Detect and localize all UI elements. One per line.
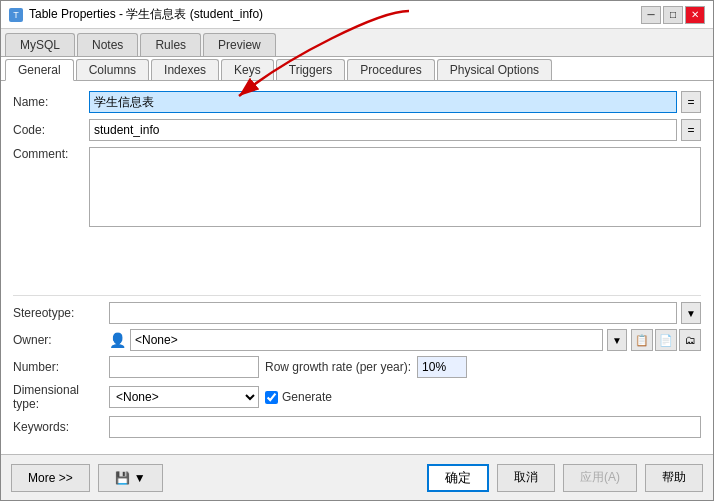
- footer: More >> 💾 ▼ 确定 取消 应用(A) 帮助: [1, 454, 713, 500]
- tab-mysql[interactable]: MySQL: [5, 33, 75, 56]
- more-button[interactable]: More >>: [11, 464, 90, 492]
- code-row: Code: =: [13, 119, 701, 141]
- main-window: T Table Properties - 学生信息表 (student_info…: [0, 0, 714, 501]
- tab-preview[interactable]: Preview: [203, 33, 276, 56]
- generate-checkbox[interactable]: [265, 391, 278, 404]
- code-input-wrap: =: [89, 119, 701, 141]
- confirm-label: 确定: [445, 469, 471, 487]
- stereotype-select-wrap: ▼: [109, 302, 701, 324]
- window-title: Table Properties - 学生信息表 (student_info): [29, 6, 263, 23]
- tab-triggers[interactable]: Triggers: [276, 59, 346, 80]
- stereotype-label: Stereotype:: [13, 306, 103, 320]
- name-row: Name: =: [13, 91, 701, 113]
- content-area: Name: = Code: =: [1, 81, 713, 454]
- owner-label: Owner:: [13, 333, 103, 347]
- stereotype-input[interactable]: [109, 302, 677, 324]
- confirm-button[interactable]: 确定: [427, 464, 489, 492]
- stereotype-dropdown-arrow[interactable]: ▼: [681, 302, 701, 324]
- dimensional-type-select[interactable]: <None>: [109, 386, 259, 408]
- tab-procedures[interactable]: Procedures: [347, 59, 434, 80]
- tab-physical-options[interactable]: Physical Options: [437, 59, 552, 80]
- help-label: 帮助: [662, 469, 686, 486]
- tab-notes[interactable]: Notes: [77, 33, 138, 56]
- comment-textarea[interactable]: [89, 147, 701, 227]
- owner-select-wrap: 👤 ▼ 📋 📄 🗂: [109, 329, 701, 351]
- number-row: Number: Row growth rate (per year):: [13, 356, 701, 378]
- keywords-input[interactable]: [109, 416, 701, 438]
- app-icon: T: [9, 8, 23, 22]
- owner-new-button[interactable]: 🗂: [679, 329, 701, 351]
- generate-checkbox-label: Generate: [265, 390, 332, 404]
- cancel-label: 取消: [514, 469, 538, 486]
- save-dropdown-arrow: ▼: [134, 471, 146, 485]
- more-button-label: More >>: [28, 471, 73, 485]
- owner-row: Owner: 👤 ▼ 📋 📄 🗂: [13, 329, 701, 351]
- dimensional-row: Dimensional type: <None> Generate: [13, 383, 701, 411]
- number-input[interactable]: [109, 356, 259, 378]
- bottom-fields: Stereotype: ▼ Owner: 👤 ▼ 📋 �: [13, 295, 701, 444]
- owner-action-buttons: 📋 📄 🗂: [631, 329, 701, 351]
- generate-label: Generate: [282, 390, 332, 404]
- close-button[interactable]: ✕: [685, 6, 705, 24]
- growth-rate-label: Row growth rate (per year):: [265, 360, 411, 374]
- title-bar-left: T Table Properties - 学生信息表 (student_info…: [9, 6, 263, 23]
- keywords-label: Keywords:: [13, 420, 103, 434]
- owner-dropdown-arrow[interactable]: ▼: [607, 329, 627, 351]
- stereotype-row: Stereotype: ▼: [13, 302, 701, 324]
- tab-indexes[interactable]: Indexes: [151, 59, 219, 80]
- dimensional-type-label: Dimensional type:: [13, 383, 103, 411]
- name-equal-button[interactable]: =: [681, 91, 701, 113]
- tab-general[interactable]: General: [5, 59, 74, 81]
- tab-row-1: MySQL Notes Rules Preview: [1, 29, 713, 57]
- title-controls: ─ □ ✕: [641, 6, 705, 24]
- title-bar: T Table Properties - 学生信息表 (student_info…: [1, 1, 713, 29]
- code-label: Code:: [13, 123, 83, 137]
- owner-properties-button[interactable]: 📄: [655, 329, 677, 351]
- cancel-button[interactable]: 取消: [497, 464, 555, 492]
- comment-row: Comment:: [13, 147, 701, 289]
- save-dropdown-button[interactable]: 💾 ▼: [98, 464, 163, 492]
- number-label: Number:: [13, 360, 103, 374]
- tab-keys[interactable]: Keys: [221, 59, 274, 80]
- tab-columns[interactable]: Columns: [76, 59, 149, 80]
- name-input[interactable]: [89, 91, 677, 113]
- help-button[interactable]: 帮助: [645, 464, 703, 492]
- minimize-button[interactable]: ─: [641, 6, 661, 24]
- apply-button[interactable]: 应用(A): [563, 464, 637, 492]
- name-input-wrap: =: [89, 91, 701, 113]
- keywords-row: Keywords:: [13, 416, 701, 438]
- owner-browse-button[interactable]: 📋: [631, 329, 653, 351]
- code-equal-button[interactable]: =: [681, 119, 701, 141]
- code-input[interactable]: [89, 119, 677, 141]
- tab-row-2: General Columns Indexes Keys Triggers Pr…: [1, 57, 713, 81]
- comment-label: Comment:: [13, 147, 83, 161]
- apply-label: 应用(A): [580, 469, 620, 486]
- tab-rules[interactable]: Rules: [140, 33, 201, 56]
- save-icon: 💾: [115, 471, 130, 485]
- growth-rate-input[interactable]: [417, 356, 467, 378]
- maximize-button[interactable]: □: [663, 6, 683, 24]
- owner-person-icon: 👤: [109, 332, 126, 348]
- owner-input[interactable]: [130, 329, 603, 351]
- name-label: Name:: [13, 95, 83, 109]
